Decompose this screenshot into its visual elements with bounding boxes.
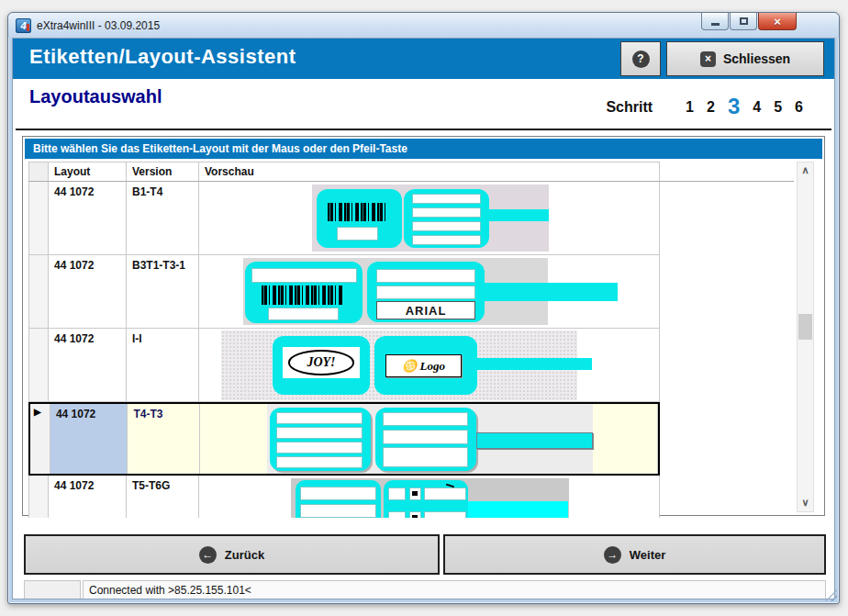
row-selector (28, 329, 49, 402)
header-extension (660, 162, 794, 182)
maximize-icon (740, 17, 748, 25)
selected-row-marker-icon: ▶ (34, 408, 48, 417)
window-controls: × (700, 13, 797, 30)
table-row-i-i[interactable]: 44 1072 I-I JOY! (28, 329, 660, 402)
scrollbar-thumb[interactable] (798, 314, 812, 340)
table-row-b1-t4[interactable]: 44 1072 B1-T4 (28, 182, 660, 255)
desktop: 4 eXtra4winIII - 03.09.2015 × Etiketten/… (0, 0, 848, 616)
step-4: 4 (753, 99, 761, 116)
step-1: 1 (686, 99, 694, 116)
col-version: Version (127, 162, 199, 182)
preview-t4-t3 (200, 404, 657, 474)
status-panel-empty (24, 580, 81, 599)
step-3-active: 3 (728, 94, 740, 119)
row-selector (28, 182, 49, 255)
step-indicator: Schritt 1 2 3 4 5 6 (606, 92, 803, 118)
row-version: I-I (127, 329, 199, 402)
schliessen-button[interactable]: × Schliessen (666, 41, 824, 76)
col-layout: Layout (49, 162, 127, 182)
row-layout: 44 1072 (49, 255, 127, 329)
subheader: Layoutauswahl Schritt 1 2 3 4 5 6 (13, 79, 834, 136)
step-5: 5 (774, 99, 782, 116)
window-title: eXtra4winIII - 03.09.2015 (37, 19, 160, 32)
instruction-bar: Bitte wählen Sie das Etiketten-Layout mi… (25, 139, 822, 159)
scroll-down-icon[interactable]: ∨ (798, 496, 813, 510)
weiter-button[interactable]: → Weiter (443, 534, 826, 575)
client-area: Etiketten/Layout-Assistent ? × Schliesse… (12, 38, 835, 599)
joy-text: JOY! (288, 350, 354, 375)
help-icon: ? (632, 50, 650, 68)
app-logo-icon: 4 (16, 18, 31, 33)
row-layout: 44 1072 (49, 476, 127, 518)
row-selector-active: ▶ (30, 404, 50, 474)
preview-i-i: JOY! ♋ Logo (199, 329, 659, 401)
arial-text: ARIAL (376, 301, 475, 319)
connection-status: Connected with >85.25.155.101< (83, 580, 826, 599)
preview-t5-t6g (199, 476, 659, 518)
row-layout: 44 1072 (49, 329, 127, 402)
row-selector (28, 476, 49, 518)
row-version: T5-T6G (127, 476, 199, 518)
row-version: B1-T4 (127, 182, 199, 255)
preview-b3t1-t3-1: ARIAL (199, 255, 659, 328)
close-icon: × (700, 51, 716, 67)
steps-label: Schritt (606, 99, 653, 116)
minimize-button[interactable] (701, 13, 729, 30)
row-selector (28, 255, 49, 329)
row-preview (199, 182, 660, 255)
grid-area: Layout Version Vorschau 44 1072 B1-T4 (26, 162, 821, 512)
app-window: 4 eXtra4winIII - 03.09.2015 × Etiketten/… (7, 12, 840, 604)
table-header: Layout Version Vorschau (28, 162, 660, 182)
zurueck-label: Zurück (225, 548, 264, 562)
next-arrow-icon: → (604, 546, 621, 564)
statusbar: Connected with >85.25.155.101< (13, 580, 834, 599)
row-version: B3T1-T3-1 (127, 255, 199, 329)
step-6: 6 (795, 99, 803, 116)
close-window-button[interactable]: × (758, 13, 797, 30)
help-button[interactable]: ? (620, 41, 661, 76)
col-vorschau: Vorschau (199, 162, 660, 182)
table-row-t5-t6g[interactable]: 44 1072 T5-T6G (28, 476, 660, 518)
maximize-button[interactable] (730, 13, 757, 30)
logo-text: ♋ Logo (385, 354, 462, 377)
step-2: 2 (707, 99, 715, 116)
row-version: T4-T3 (128, 404, 200, 474)
layout-grid-panel: Bitte wählen Sie das Etiketten-Layout mi… (22, 136, 825, 516)
titlebar: 4 eXtra4winIII - 03.09.2015 × (8, 13, 839, 38)
row-preview (199, 476, 660, 518)
vertical-scrollbar[interactable]: ∧ ∨ (797, 162, 814, 512)
row-preview: ARIAL (199, 255, 660, 329)
row-preview (200, 404, 658, 474)
table-row-t4-t3-selected[interactable]: ▶ 44 1072 T4-T3 (28, 402, 660, 476)
scroll-up-icon[interactable]: ∧ (798, 163, 813, 178)
preview-b1-t4 (199, 182, 659, 254)
back-arrow-icon: ← (199, 546, 217, 564)
divider (16, 129, 831, 130)
col-selector (28, 162, 49, 182)
schliessen-label: Schliessen (723, 51, 790, 66)
row-preview: JOY! ♋ Logo (199, 329, 660, 402)
wizard-header: Etiketten/Layout-Assistent ? × Schliesse… (13, 39, 834, 79)
layout-table: Layout Version Vorschau 44 1072 B1-T4 (28, 162, 660, 518)
row-layout: 44 1072 (50, 404, 128, 474)
page-title: Layoutauswahl (29, 86, 162, 107)
table-row-b3t1-t3-1[interactable]: 44 1072 B3T1-T3-1 (28, 255, 660, 329)
zurueck-button[interactable]: ← Zurück (24, 534, 440, 575)
minimize-icon (711, 23, 720, 26)
wizard-title: Etiketten/Layout-Assistent (29, 45, 296, 69)
row-layout: 44 1072 (49, 182, 127, 255)
weiter-label: Weiter (630, 548, 666, 562)
